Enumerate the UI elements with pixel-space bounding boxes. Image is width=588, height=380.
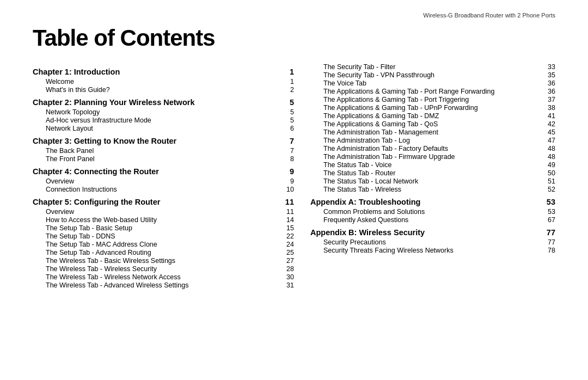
ch5-sub9-page: 30 xyxy=(281,273,294,281)
ch5-sub4-title: The Setup Tab - DDNS xyxy=(46,232,277,240)
r-sub12: The Administration Tab - Firmware Upgrad… xyxy=(323,153,555,161)
chapter-1-page: 1 xyxy=(281,68,294,76)
toc-left-column: Chapter 1: Introduction 1 Welcome 1 What… xyxy=(33,63,305,290)
r-sub8-page: 42 xyxy=(542,120,555,128)
r-sub14: The Status Tab - Router 50 xyxy=(323,169,555,177)
ch3-sub2-page: 8 xyxy=(281,155,294,163)
ch5-sub1-title: Overview xyxy=(46,208,277,216)
r-sub6: The Applications & Gaming Tab - UPnP For… xyxy=(323,104,555,112)
r-sub1-title: The Security Tab - Filter xyxy=(323,63,538,71)
r-sub10-title: The Administration Tab - Log xyxy=(323,137,538,144)
r-sub15: The Status Tab - Local Network 51 xyxy=(323,177,555,185)
ch5-sub5: The Setup Tab - MAC Address Clone 24 xyxy=(46,241,294,248)
app-b-sub1: Security Precautions 77 xyxy=(323,238,555,246)
ch4-sub2: Connection Instructions 10 xyxy=(46,186,294,193)
r-sub9-page: 45 xyxy=(542,128,555,136)
r-sub8: The Applications & Gaming Tab - QoS 42 xyxy=(323,120,555,128)
ch2-sub1-page: 5 xyxy=(281,108,294,116)
ch3-sub1-page: 7 xyxy=(281,147,294,155)
r-sub9: The Administration Tab - Management 45 xyxy=(323,128,555,136)
ch3-sub1: The Back Panel 7 xyxy=(46,147,294,155)
ch4-sub2-title: Connection Instructions xyxy=(46,186,277,193)
r-sub6-page: 38 xyxy=(542,104,555,112)
chapter-2: Chapter 2: Planning Your Wireless Networ… xyxy=(33,98,294,107)
toc-columns: Chapter 1: Introduction 1 Welcome 1 What… xyxy=(33,63,555,290)
r-sub6-title: The Applications & Gaming Tab - UPnP For… xyxy=(323,104,538,112)
chapter-2-title: Chapter 2: Planning Your Wireless Networ… xyxy=(33,98,277,107)
ch4-sub1-page: 9 xyxy=(281,177,294,185)
ch5-sub4: The Setup Tab - DDNS 22 xyxy=(46,232,294,240)
appendix-b-title: Appendix B: Wireless Security xyxy=(310,228,538,237)
r-sub7-page: 41 xyxy=(542,112,555,120)
r-sub10: The Administration Tab - Log 47 xyxy=(323,137,555,144)
ch5-sub6: The Setup Tab - Advanced Routing 25 xyxy=(46,249,294,256)
r-sub7: The Applications & Gaming Tab - DMZ 41 xyxy=(323,112,555,120)
r-sub16: The Status Tab - Wireless 52 xyxy=(323,186,555,193)
r-sub16-title: The Status Tab - Wireless xyxy=(323,186,538,193)
ch3-sub1-title: The Back Panel xyxy=(46,147,277,155)
r-sub1: The Security Tab - Filter 33 xyxy=(323,63,555,71)
chapter-1-title: Chapter 1: Introduction xyxy=(33,68,277,76)
ch2-sub2-page: 5 xyxy=(281,117,294,124)
ch5-sub5-title: The Setup Tab - MAC Address Clone xyxy=(46,241,277,248)
app-a-sub2: Frequently Asked Questions 67 xyxy=(323,216,555,224)
ch5-sub3-page: 15 xyxy=(281,224,294,232)
r-sub2-page: 35 xyxy=(542,71,555,79)
r-sub2: The Security Tab - VPN Passthrough 35 xyxy=(323,71,555,79)
app-b-sub2-page: 78 xyxy=(542,247,555,254)
r-sub3-title: The Voice Tab xyxy=(323,79,538,87)
ch2-sub3-title: Network Layout xyxy=(46,125,277,132)
ch5-sub8-title: The Wireless Tab - Wireless Security xyxy=(46,265,277,273)
ch5-sub7-title: The Wireless Tab - Basic Wireless Settin… xyxy=(46,257,277,265)
appendix-b-page: 77 xyxy=(542,228,555,237)
r-sub5-page: 37 xyxy=(542,96,555,103)
chapter-4-title: Chapter 4: Connecting the Router xyxy=(33,167,277,176)
r-sub16-page: 52 xyxy=(542,186,555,193)
ch1-sub2-page: 2 xyxy=(281,86,294,94)
chapter-3-title: Chapter 3: Getting to Know the Router xyxy=(33,137,277,145)
chapter-5-title: Chapter 5: Configuring the Router xyxy=(33,198,277,206)
r-sub12-page: 48 xyxy=(542,153,555,161)
r-sub11: The Administration Tab - Factory Default… xyxy=(323,145,555,152)
r-sub9-title: The Administration Tab - Management xyxy=(323,128,538,136)
ch5-sub10: The Wireless Tab - Advanced Wireless Set… xyxy=(46,281,294,289)
ch1-sub1-page: 1 xyxy=(281,78,294,85)
r-sub4: The Applications & Gaming Tab - Port Ran… xyxy=(323,88,555,95)
r-sub8-title: The Applications & Gaming Tab - QoS xyxy=(323,120,538,128)
app-b-sub2-title: Security Threats Facing Wireless Network… xyxy=(323,247,538,254)
ch5-sub7: The Wireless Tab - Basic Wireless Settin… xyxy=(46,257,294,265)
ch2-sub3-page: 6 xyxy=(281,125,294,132)
ch2-sub2: Ad-Hoc versus Infrastructure Mode 5 xyxy=(46,117,294,124)
ch5-sub1: Overview 11 xyxy=(46,208,294,216)
toc-title: Table of Contents xyxy=(33,25,555,51)
r-sub14-title: The Status Tab - Router xyxy=(323,169,538,177)
app-a-sub1-page: 53 xyxy=(542,208,555,216)
r-sub5: The Applications & Gaming Tab - Port Tri… xyxy=(323,96,555,103)
ch5-sub9: The Wireless Tab - Wireless Network Acce… xyxy=(46,273,294,281)
r-sub2-title: The Security Tab - VPN Passthrough xyxy=(323,71,538,79)
app-b-sub1-title: Security Precautions xyxy=(323,238,538,246)
ch2-sub2-title: Ad-Hoc versus Infrastructure Mode xyxy=(46,117,277,124)
ch2-sub1-title: Network Topology xyxy=(46,108,277,116)
ch4-sub2-page: 10 xyxy=(281,186,294,193)
ch5-sub10-title: The Wireless Tab - Advanced Wireless Set… xyxy=(46,281,277,289)
chapter-5-page: 11 xyxy=(281,198,294,206)
r-sub13: The Status Tab - Voice 49 xyxy=(323,161,555,169)
ch5-sub8-page: 28 xyxy=(281,265,294,273)
r-sub3: The Voice Tab 36 xyxy=(323,79,555,87)
r-sub12-title: The Administration Tab - Firmware Upgrad… xyxy=(323,153,538,161)
app-a-sub2-page: 67 xyxy=(542,216,555,224)
ch5-sub3: The Setup Tab - Basic Setup 15 xyxy=(46,224,294,232)
chapter-1: Chapter 1: Introduction 1 xyxy=(33,68,294,76)
chapter-4-page: 9 xyxy=(281,167,294,176)
ch4-sub1-title: Overview xyxy=(46,177,277,185)
r-sub13-title: The Status Tab - Voice xyxy=(323,161,538,169)
chapter-4: Chapter 4: Connecting the Router 9 xyxy=(33,167,294,176)
app-b-sub1-page: 77 xyxy=(542,238,555,246)
r-sub11-page: 48 xyxy=(542,145,555,152)
appendix-a: Appendix A: Troubleshooting 53 xyxy=(310,198,555,206)
app-a-sub1: Common Problems and Solutions 53 xyxy=(323,208,555,216)
ch3-sub2: The Front Panel 8 xyxy=(46,155,294,163)
r-sub4-title: The Applications & Gaming Tab - Port Ran… xyxy=(323,88,538,95)
app-a-sub1-title: Common Problems and Solutions xyxy=(323,208,538,216)
